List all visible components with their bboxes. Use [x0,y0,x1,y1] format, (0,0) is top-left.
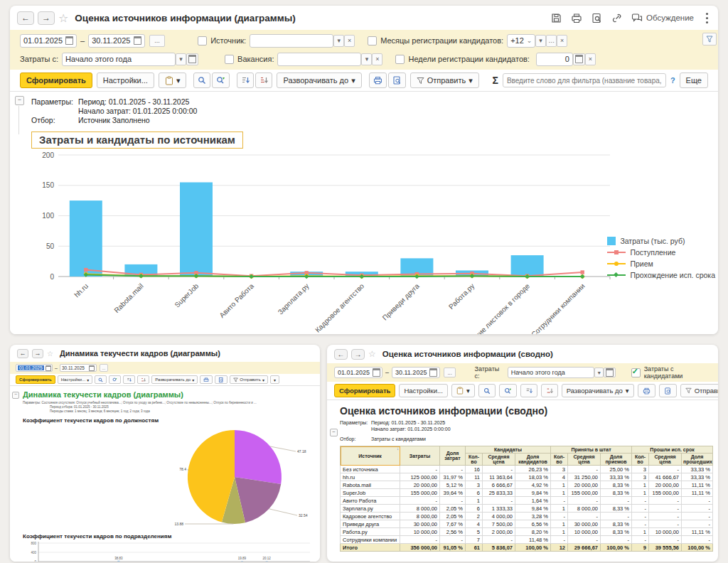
table-cell[interactable]: 3 [632,466,649,473]
col-group-candidates[interactable]: Кандидаты [466,446,551,454]
table-cell[interactable]: 11,11 % [682,489,713,497]
table-cell[interactable]: - [632,513,649,520]
months-dropdown-button[interactable]: ▾ [535,35,546,47]
collapse-group-icon[interactable]: − [12,392,19,399]
table-cell[interactable]: - [682,520,713,528]
table-cell[interactable]: - [649,513,682,520]
table-cell[interactable]: 100,00 % [682,544,713,552]
table-row[interactable]: Зарплата.ру8 000,002,05 %61 333,339,84 %… [341,505,713,513]
table-cell[interactable]: - [649,520,682,528]
table-row[interactable]: Без источника--16-26,23 %3-25,00 %3-33,3… [341,466,713,473]
generate-button[interactable]: Сформировать [16,375,55,384]
back-button[interactable]: ← [334,349,348,360]
costs-calendar-button[interactable] [186,53,198,65]
source-dropdown-button[interactable]: ▾ [333,35,344,47]
table-cell[interactable]: - [601,513,632,520]
months-clear-button[interactable]: × [557,35,567,47]
table-cell[interactable]: 20 000,00 [568,481,601,489]
search-button[interactable] [478,384,496,397]
forward-button[interactable]: → [32,349,43,358]
table-cell[interactable]: - [649,536,682,544]
sort-asc-button[interactable] [237,73,254,88]
table-cell[interactable]: 8,20 % [515,528,551,536]
back-button[interactable]: ← [17,349,28,358]
forward-button[interactable]: → [38,11,55,25]
kebab-menu-icon[interactable] [706,17,708,19]
expand-to-button[interactable]: Разворачивать до▾ [151,375,198,384]
table-cell[interactable]: 26,23 % [515,466,551,473]
table-cell[interactable]: 10 000,00 [400,528,440,536]
table-cell[interactable]: 39,64 % [440,489,466,497]
table-cell[interactable]: Приведи друга [341,520,400,528]
calendar-icon[interactable] [89,365,95,371]
summary-table[interactable]: Источник↓ Затраты Доля затрат Кандидаты … [340,446,713,552]
vacancy-dropdown-button[interactable]: ▾ [361,53,372,65]
filter-funnel-button[interactable] [702,33,717,45]
table-cell[interactable]: 10 000,00 [649,528,682,536]
chart-title[interactable]: Затраты и кандидаты по источникам [31,132,243,149]
col-header-share-candidates[interactable]: Доля кандидатов [515,454,551,466]
table-cell[interactable]: - [649,466,682,473]
table-row[interactable]: Сотрудники компании--7-11,48 %------ [341,536,713,544]
total-row[interactable]: Итого356 000,0091,05 %615 836,07100,00 %… [341,544,713,552]
table-cell[interactable]: 3 [466,481,483,489]
sort-asc-button[interactable] [123,375,135,384]
table-row[interactable]: Приведи друга30 000,007,67 %47 500,006,5… [341,520,713,528]
table-cell[interactable]: 4 000,00 [483,513,515,520]
date-to-input[interactable]: 30.11.2025 [392,367,440,378]
table-row[interactable]: Работа.ру10 000,002,56 %52 000,008,20 %1… [341,528,713,536]
table-cell[interactable]: 33,33 % [682,466,713,473]
settings-button[interactable]: Настройки...▾ [58,375,92,384]
table-cell[interactable]: 31 250,00 [568,473,601,481]
table-row[interactable]: SuperJob155 000,0039,64 %625 833,339,84 … [341,489,713,497]
line-series[interactable] [86,270,582,277]
calendar-icon[interactable] [373,368,380,377]
table-cell[interactable]: 33,33 % [682,473,713,481]
table-cell[interactable]: 11 363,64 [483,473,515,481]
bar[interactable] [70,200,102,277]
table-cell[interactable]: hh.ru [341,473,400,481]
table-cell[interactable]: Rabota.mail [341,481,400,489]
table-cell[interactable]: 16 [466,466,483,473]
table-cell[interactable]: 2,05 % [440,513,466,520]
table-cell[interactable]: - [568,536,601,544]
table-cell[interactable]: - [440,536,466,544]
col-group-hired[interactable]: Приняты в штат [551,446,632,454]
bar[interactable] [241,561,243,562]
col-header-costs[interactable]: Затраты [400,446,440,466]
table-cell[interactable]: Кадровое агентство [341,513,400,520]
costs-calendar-button[interactable] [604,368,615,377]
table-cell[interactable]: - [551,497,568,505]
settings-button[interactable]: Настройки... [399,384,448,397]
table-cell[interactable]: 125 000,00 [400,473,440,481]
calendar-icon[interactable] [134,36,141,45]
vacancy-input[interactable] [277,53,361,66]
generate-button[interactable]: Сформировать [20,73,92,88]
date-variants-button[interactable]: ... [149,35,165,47]
link-icon[interactable] [611,13,622,23]
date-from-input[interactable]: 01.01.2025 [20,34,77,48]
table-cell[interactable]: 20 000,00 [649,481,682,489]
departments-bar-chart[interactable]: 040080038.8319.8920.12 [23,540,316,562]
calendar-icon[interactable] [46,365,51,371]
bar[interactable] [117,561,119,562]
table-cell[interactable]: 1 [551,520,568,528]
table-cell[interactable]: 12 [551,544,568,552]
table-cell[interactable]: 7 500,00 [483,520,515,528]
table-cell[interactable]: 18,03 % [515,473,551,481]
costs-dropdown-button[interactable]: ▾ [176,53,186,65]
calendar-icon[interactable] [429,368,437,377]
sort-desc-button[interactable] [137,375,149,384]
table-cell[interactable]: 1 [551,489,568,497]
weeks-calendar-button[interactable] [573,53,585,65]
table-cell[interactable]: 155 000,00 [400,489,440,497]
table-cell[interactable]: 29 666,67 [568,544,601,552]
table-cell[interactable]: - [601,536,632,544]
table-cell[interactable]: 155 000,00 [649,489,682,497]
preview-icon[interactable] [592,13,602,23]
table-cell[interactable]: 10 000,00 [568,528,601,536]
table-cell[interactable]: - [400,497,440,505]
table-cell[interactable]: 33,33 % [601,473,632,481]
table-cell[interactable]: - [682,505,713,513]
table-cell[interactable]: 6 [466,489,483,497]
